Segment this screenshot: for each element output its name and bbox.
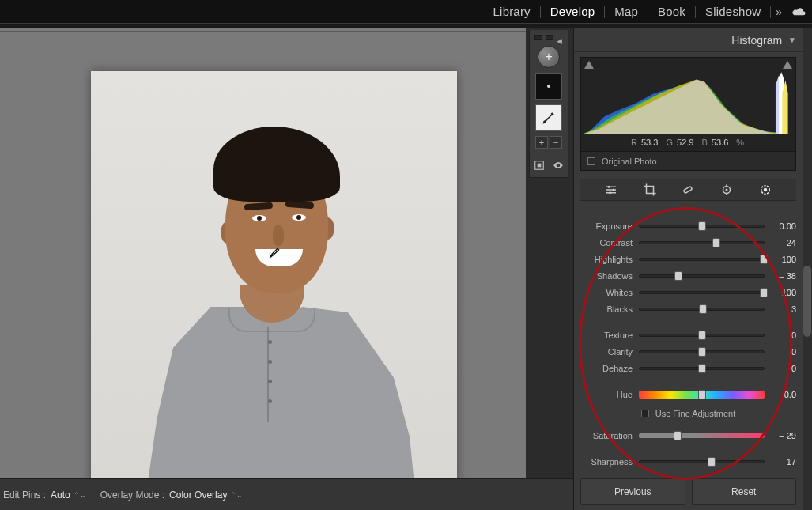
slider-contrast[interactable]: Contrast 24 [580,235,796,251]
fine-adjustment-label: Use Fine Adjustment [655,409,736,418]
slider-dehaze[interactable]: Dehaze 0 [580,361,796,376]
overlay-mode-label: Overlay Mode : [100,489,164,501]
disclosure-triangle-icon: ▼ [788,36,796,44]
prev-reset-row: Previous Reset [574,478,803,505]
mask-add-mini[interactable]: + [535,136,548,149]
svg-point-9 [764,188,768,192]
slider-shadows[interactable]: Shadows – 38 [580,268,796,284]
local-tools-row [580,179,796,201]
module-tab-library[interactable]: Library [484,0,540,23]
fine-adjustment-row[interactable]: Use Fine Adjustment [580,406,796,421]
histogram-header[interactable]: Histogram ▼ [574,28,803,52]
original-photo-checkbox[interactable] [587,157,595,165]
more-modules-button[interactable]: » [771,6,787,18]
mask-thumb[interactable] [535,73,562,100]
brush-cursor-icon [268,245,282,259]
add-mask-button[interactable]: + [538,46,560,68]
edit-pins-select[interactable]: Auto⌃⌄ [51,489,86,501]
redeye-tool-icon[interactable] [719,182,735,198]
adjustment-sliders: Exposure 0.00 Contrast 24 Highlights 100… [574,212,803,474]
svg-point-3 [612,189,614,191]
slider-saturation[interactable]: Saturation – 29 [580,428,796,444]
module-tabs: Library Develop Map Book Slideshow [484,0,772,23]
slider-exposure[interactable]: Exposure 0.00 [580,218,796,234]
toolstrip-handle[interactable] [534,35,542,40]
develop-toolbar: Edit Pins : Auto⌃⌄ Overlay Mode : Color … [0,478,573,510]
svg-rect-1 [538,164,542,168]
histogram[interactable]: R 53.3 G 52.9 B 53.6 % [580,57,796,152]
masking-tool-icon[interactable] [757,182,773,198]
reset-button[interactable]: Reset [692,478,797,505]
module-picker: Library Develop Map Book Slideshow » [0,0,812,24]
mask-visibility-icon[interactable] [553,160,564,171]
crop-tool-icon[interactable] [642,182,658,198]
photo-preview[interactable] [91,71,457,493]
heal-tool-icon[interactable] [680,182,696,198]
mask-sub-mini[interactable]: − [550,136,562,149]
cloud-sync-icon[interactable] [791,6,807,17]
slider-clarity[interactable]: Clarity 0 [580,344,796,360]
module-tab-map[interactable]: Map [605,0,648,23]
toolstrip-collapse-icon[interactable] [557,35,565,40]
overlay-mode-group: Overlay Mode : Color Overlay⌃⌄ [100,489,244,501]
svg-point-2 [607,186,610,188]
slider-highlights[interactable]: Highlights 100 [580,251,796,267]
overlay-mode-select[interactable]: Color Overlay⌃⌄ [169,489,243,501]
svg-point-4 [609,191,611,194]
fine-adjustment-checkbox[interactable] [641,410,649,417]
edit-pins-group: Edit Pins : Auto⌃⌄ [3,489,86,501]
slider-hue[interactable]: Hue 0.0 [580,387,796,402]
scrollbar-thumb[interactable] [803,266,811,337]
svg-rect-5 [684,186,693,193]
canvas-area [0,28,526,478]
right-panel-scrollbar[interactable] [803,28,812,510]
slider-sharpness[interactable]: Sharpness 17 [580,454,796,470]
histogram-readout: R 53.3 G 52.9 B 53.6 % [581,134,795,151]
right-panel: Histogram ▼ R 53.3 G 52.9 B 53.6 % [573,28,812,510]
toolstrip-handle[interactable] [546,35,553,40]
edit-pins-label: Edit Pins : [3,489,46,501]
original-photo-row[interactable]: Original Photo [580,152,796,171]
slider-blacks[interactable]: Blacks 3 [580,301,796,317]
svg-point-7 [726,189,728,191]
previous-button[interactable]: Previous [580,478,685,505]
slider-texture[interactable]: Texture 0 [580,327,796,343]
module-tab-book[interactable]: Book [648,0,695,23]
histogram-plot [581,69,795,134]
slider-whites[interactable]: Whites 100 [580,285,796,300]
module-tab-develop[interactable]: Develop [541,0,604,23]
mask-toolstrip: + + − [529,30,568,178]
original-photo-label: Original Photo [602,157,657,166]
module-tab-slideshow[interactable]: Slideshow [696,0,770,23]
histogram-title: Histogram [731,34,782,47]
brush-mask-button[interactable] [535,104,562,131]
sliders-tool-icon[interactable] [603,182,619,198]
mask-overlay-toggle-icon[interactable] [534,160,545,171]
